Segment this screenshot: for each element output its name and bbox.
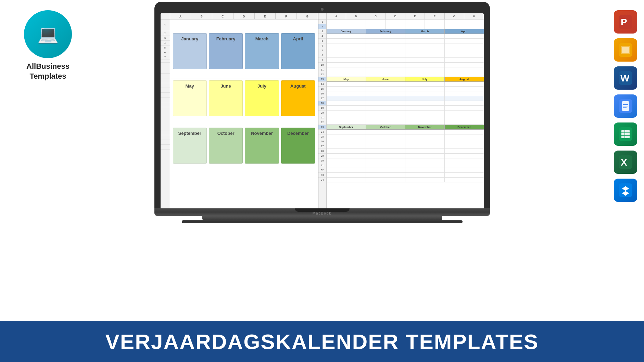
macbook-screen-outer: A B C D E F G 1 bbox=[154, 2, 490, 208]
right-apr-header: April bbox=[445, 29, 484, 34]
macbook-label: MacBook bbox=[313, 211, 332, 215]
month-apr-block: April bbox=[281, 33, 315, 69]
google-docs-icon[interactable] bbox=[614, 94, 637, 118]
right-sep-header: September bbox=[327, 125, 366, 129]
col-g-left: G bbox=[297, 13, 318, 19]
col-a-left: A bbox=[170, 13, 191, 19]
col-e-left: E bbox=[255, 13, 276, 19]
macbook-stand bbox=[202, 216, 442, 220]
month-sep-block: September bbox=[173, 128, 207, 164]
logo-text: AllBusiness Templates bbox=[26, 62, 70, 81]
svg-rect-10 bbox=[623, 106, 628, 106]
right-aug-header: August bbox=[445, 77, 484, 81]
svg-rect-9 bbox=[623, 104, 628, 105]
month-oct-block: October bbox=[209, 128, 243, 164]
month-aug-block: August bbox=[281, 80, 315, 116]
excel-icon[interactable]: X bbox=[614, 151, 637, 174]
right-feb-header: February bbox=[366, 29, 405, 34]
word-icon[interactable]: W bbox=[614, 66, 637, 90]
google-slides-icon[interactable] bbox=[614, 38, 637, 62]
app-icons-panel: P W bbox=[614, 10, 637, 202]
bottom-banner: VERJAARDAGSKALENDER TEMPLATES bbox=[0, 321, 644, 362]
dropbox-icon[interactable] bbox=[614, 179, 637, 202]
macbook-screen: A B C D E F G 1 bbox=[161, 13, 484, 208]
svg-text:W: W bbox=[620, 73, 630, 83]
col-f-left: F bbox=[276, 13, 297, 19]
col-c-left: C bbox=[212, 13, 233, 19]
col-d-left: D bbox=[233, 13, 255, 19]
month-dec-block: December bbox=[281, 128, 315, 164]
month-nov-block: November bbox=[245, 128, 279, 164]
left-spreadsheet: A B C D E F G 1 bbox=[161, 13, 319, 208]
macbook-base: MacBook bbox=[154, 208, 490, 216]
macbook-wrapper: A B C D E F G 1 bbox=[86, 2, 558, 223]
month-jan-block: January bbox=[173, 33, 207, 69]
right-oct-header: October bbox=[366, 125, 405, 129]
right-spreadsheet: A B C D E F G H 1 2 3 4 bbox=[318, 13, 483, 208]
svg-rect-13 bbox=[621, 130, 630, 138]
month-jun-block: June bbox=[209, 80, 243, 116]
month-mar-block: March bbox=[245, 33, 279, 69]
col-b-left: B bbox=[191, 13, 212, 19]
right-jul-header: July bbox=[405, 77, 445, 81]
logo-area: 💻 AllBusiness Templates bbox=[10, 10, 86, 81]
month-may-block: May bbox=[173, 80, 207, 116]
macbook-foot bbox=[182, 220, 463, 223]
right-jun-header: June bbox=[366, 77, 405, 81]
google-sheets-icon[interactable] bbox=[614, 122, 637, 146]
banner-text: VERJAARDAGSKALENDER TEMPLATES bbox=[105, 329, 539, 354]
logo-circle: 💻 bbox=[24, 10, 72, 58]
right-mar-header: March bbox=[405, 29, 445, 34]
right-nov-header: November bbox=[405, 125, 445, 129]
month-jul-block: July bbox=[245, 80, 279, 116]
svg-text:X: X bbox=[621, 157, 627, 168]
logo-laptop-icon: 💻 bbox=[37, 24, 59, 44]
svg-text:P: P bbox=[621, 17, 627, 27]
right-jan-header: January bbox=[327, 29, 366, 34]
right-dec-header: December bbox=[445, 125, 484, 129]
svg-rect-11 bbox=[623, 107, 627, 108]
powerpoint-icon[interactable]: P bbox=[614, 10, 637, 34]
month-feb-block: February bbox=[209, 33, 243, 69]
right-may-header: May bbox=[327, 77, 366, 81]
svg-rect-4 bbox=[622, 47, 629, 53]
macbook-camera bbox=[321, 8, 324, 11]
